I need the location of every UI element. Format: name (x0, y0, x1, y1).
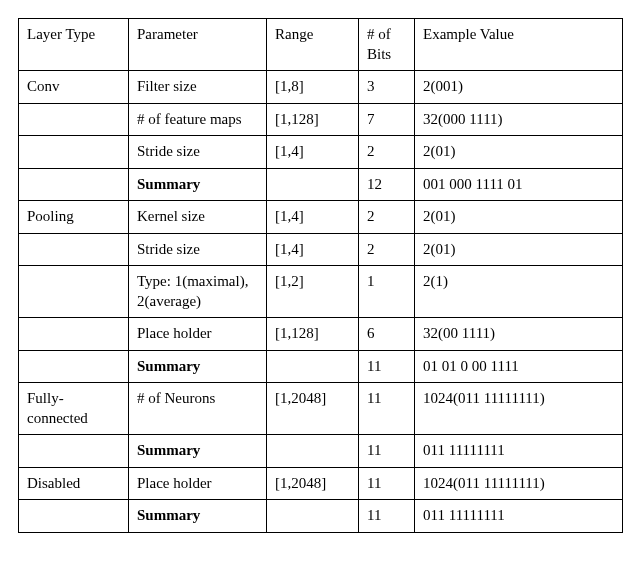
cell-range: [1,2048] (267, 467, 359, 500)
cell-range: [1,4] (267, 233, 359, 266)
cell-example: 001 000 1111 01 (415, 168, 623, 201)
cell-example: 2(01) (415, 201, 623, 234)
header-layer-type: Layer Type (19, 19, 129, 71)
cell-range (267, 168, 359, 201)
cell-parameter: Summary (129, 168, 267, 201)
cell-bits: 2 (359, 201, 415, 234)
cell-bits: 12 (359, 168, 415, 201)
header-range: Range (267, 19, 359, 71)
table-row: DisabledPlace holder[1,2048]111024(011 1… (19, 467, 623, 500)
cell-range: [1,8] (267, 71, 359, 104)
cell-bits: 11 (359, 350, 415, 383)
table-row: Summary11011 11111111 (19, 435, 623, 468)
cell-example: 32(000 1111) (415, 103, 623, 136)
table-header-row: Layer Type Parameter Range # of Bits Exa… (19, 19, 623, 71)
cell-range (267, 435, 359, 468)
cell-example: 32(00 1111) (415, 318, 623, 351)
cell-layer-type: Conv (19, 71, 129, 104)
cell-layer-type (19, 168, 129, 201)
cell-example: 011 11111111 (415, 435, 623, 468)
cell-example: 01 01 0 00 1111 (415, 350, 623, 383)
cell-parameter: # of feature maps (129, 103, 267, 136)
cell-range: [1,128] (267, 103, 359, 136)
cell-parameter: Filter size (129, 71, 267, 104)
cell-layer-type: Fully-connected (19, 383, 129, 435)
cell-layer-type (19, 500, 129, 533)
table-row: Place holder[1,128]632(00 1111) (19, 318, 623, 351)
cell-range: [1,128] (267, 318, 359, 351)
cell-layer-type (19, 233, 129, 266)
table-row: PoolingKernel size[1,4]22(01) (19, 201, 623, 234)
cell-bits: 11 (359, 383, 415, 435)
cell-layer-type (19, 103, 129, 136)
cell-example: 011 11111111 (415, 500, 623, 533)
cell-bits: 1 (359, 266, 415, 318)
table-row: Stride size[1,4]22(01) (19, 233, 623, 266)
cell-bits: 2 (359, 136, 415, 169)
cell-layer-type (19, 350, 129, 383)
cell-parameter: # of Neurons (129, 383, 267, 435)
table-row: Summary1101 01 0 00 1111 (19, 350, 623, 383)
cell-layer-type: Pooling (19, 201, 129, 234)
cell-layer-type: Disabled (19, 467, 129, 500)
cell-example: 2(01) (415, 233, 623, 266)
table-row: Summary11011 11111111 (19, 500, 623, 533)
cell-layer-type (19, 318, 129, 351)
cell-layer-type (19, 435, 129, 468)
table-row: Type: 1(maximal), 2(average)[1,2]12(1) (19, 266, 623, 318)
cell-parameter: Place holder (129, 318, 267, 351)
table-row: Stride size[1,4]22(01) (19, 136, 623, 169)
cell-range: [1,2048] (267, 383, 359, 435)
table-row: # of feature maps[1,128]732(000 1111) (19, 103, 623, 136)
cell-bits: 2 (359, 233, 415, 266)
cell-range (267, 500, 359, 533)
cell-parameter: Summary (129, 500, 267, 533)
table-row: Summary12001 000 1111 01 (19, 168, 623, 201)
table-row: ConvFilter size[1,8]32(001) (19, 71, 623, 104)
cell-range: [1,4] (267, 136, 359, 169)
layer-encoding-table: Layer Type Parameter Range # of Bits Exa… (18, 18, 623, 533)
cell-parameter: Stride size (129, 233, 267, 266)
cell-layer-type (19, 136, 129, 169)
cell-bits: 11 (359, 500, 415, 533)
cell-bits: 11 (359, 467, 415, 500)
cell-range: [1,2] (267, 266, 359, 318)
header-bits: # of Bits (359, 19, 415, 71)
cell-parameter: Place holder (129, 467, 267, 500)
cell-example: 1024(011 11111111) (415, 383, 623, 435)
cell-example: 2(1) (415, 266, 623, 318)
cell-bits: 11 (359, 435, 415, 468)
cell-bits: 6 (359, 318, 415, 351)
cell-range: [1,4] (267, 201, 359, 234)
cell-example: 2(001) (415, 71, 623, 104)
cell-bits: 7 (359, 103, 415, 136)
header-example: Example Value (415, 19, 623, 71)
cell-example: 1024(011 11111111) (415, 467, 623, 500)
cell-parameter: Summary (129, 435, 267, 468)
cell-layer-type (19, 266, 129, 318)
cell-parameter: Type: 1(maximal), 2(average) (129, 266, 267, 318)
cell-parameter: Stride size (129, 136, 267, 169)
cell-range (267, 350, 359, 383)
header-parameter: Parameter (129, 19, 267, 71)
cell-parameter: Summary (129, 350, 267, 383)
table-row: Fully-connected# of Neurons[1,2048]11102… (19, 383, 623, 435)
cell-example: 2(01) (415, 136, 623, 169)
cell-bits: 3 (359, 71, 415, 104)
cell-parameter: Kernel size (129, 201, 267, 234)
